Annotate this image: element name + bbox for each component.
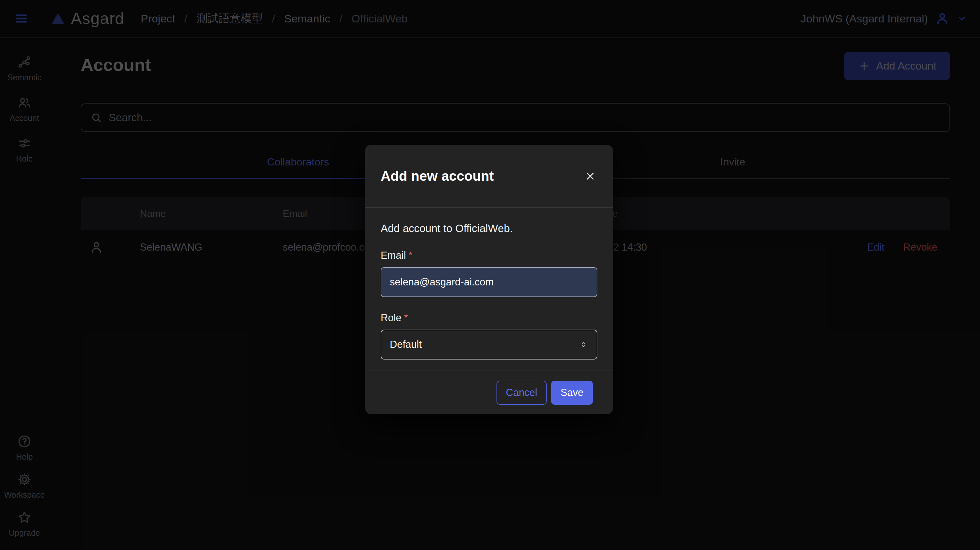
role-field-label: Role*	[381, 312, 597, 324]
required-asterisk: *	[404, 312, 408, 323]
modal-description: Add account to OfficialWeb.	[381, 222, 597, 235]
save-button[interactable]: Save	[551, 380, 593, 405]
role-label-text: Role	[381, 312, 401, 323]
modal-body: Add account to OfficialWeb. Email* Role*…	[365, 208, 613, 360]
email-field-label: Email*	[381, 250, 597, 262]
select-updown-icon	[579, 340, 588, 349]
modal-title: Add new account	[381, 168, 494, 184]
cancel-button[interactable]: Cancel	[496, 380, 547, 405]
add-account-modal: Add new account Add account to OfficialW…	[365, 145, 613, 414]
role-select-value: Default	[390, 339, 422, 350]
required-asterisk: *	[409, 250, 412, 261]
email-label-text: Email	[381, 250, 406, 261]
close-icon[interactable]	[583, 169, 597, 183]
email-field[interactable]	[381, 267, 597, 297]
role-select[interactable]: Default	[381, 330, 597, 360]
modal-header: Add new account	[365, 145, 613, 208]
modal-footer: Cancel Save	[365, 371, 613, 414]
